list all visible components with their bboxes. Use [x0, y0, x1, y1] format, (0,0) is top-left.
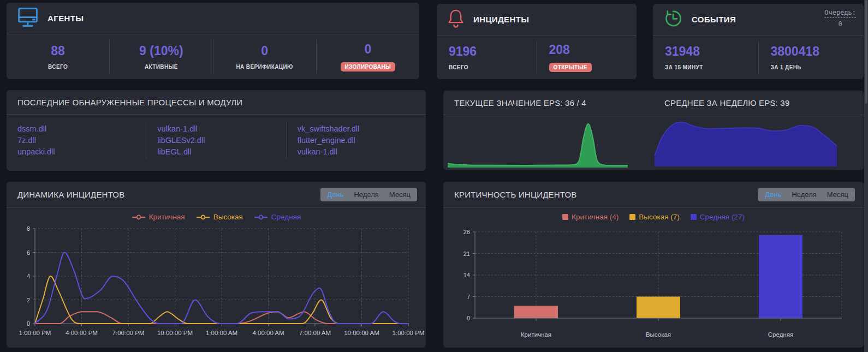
eps-week-title: СРЕДНЕЕ ЗА НЕДЕЛЮ EPS: 39	[664, 98, 789, 108]
process-link[interactable]: 7z.dll	[17, 136, 146, 145]
incidents-card: ИНЦИДЕНТЫ 9196 ВСЕГО 208 ОТКРЫТЫЕ	[437, 4, 637, 79]
tab-day[interactable]: День	[760, 189, 786, 200]
process-link[interactable]: libGLESv2.dll	[157, 136, 286, 145]
stat-label: АКТИВНЫЕ	[145, 64, 178, 70]
legend-item[interactable]: Средняя	[254, 213, 301, 221]
history-clock-icon	[663, 8, 683, 31]
queue-value: 0	[824, 20, 856, 28]
legend-line-marker	[196, 214, 210, 220]
process-link[interactable]: vulkan-1.dll	[298, 147, 426, 156]
stat-label: ЗА 15 МИНУТ	[665, 64, 703, 70]
axis-tick-label: 0	[27, 320, 30, 327]
eps-week-area-chart[interactable]	[655, 117, 837, 166]
stat-label: ВСЕГО	[48, 64, 68, 70]
agents-stat-active: 9 (10%) АКТИВНЫЕ	[110, 34, 212, 79]
process-link[interactable]: flutter_engine.dll	[298, 136, 426, 145]
area-fill	[448, 124, 628, 168]
process-link[interactable]: dssm.dll	[17, 124, 146, 133]
incidents-card-header: ИНЦИДЕНТЫ	[437, 4, 637, 35]
incident-dynamics-line-chart[interactable]: 024681:00:00 PM4:00:00 PM7:00:00 PM10:00…	[7, 224, 426, 348]
eps-current-title: ТЕКУЩЕЕ ЗНАЧЕНИЕ EPS: 36 / 4	[454, 98, 586, 108]
incident-criticality-card: КРИТИЧНОСТЬ ИНЦИДЕНТОВ День Неделя Месяц…	[443, 182, 864, 348]
events-stat-1day: 3800418 ЗА 1 ДЕНЬ	[759, 35, 864, 79]
processes-list: dssm.dll 7z.dll unpacki.dll vulkan-1.dll…	[7, 115, 426, 164]
axis-tick-label: 7	[467, 294, 470, 300]
axis-tick-label: 4:00:00 PM	[66, 330, 98, 336]
incidents-card-title: ИНЦИДЕНТЫ	[473, 15, 529, 24]
events-queue: Очередь: 0	[824, 9, 856, 28]
incident-criticality-bar-chart[interactable]: 07142128КритичнаяВысокаяСредняя	[443, 224, 864, 348]
eps-week-chart	[653, 115, 864, 170]
legend-item[interactable]: Средняя (27)	[691, 213, 745, 221]
agents-card-title: АГЕНТЫ	[47, 14, 84, 23]
tab-month[interactable]: Месяц	[823, 189, 853, 200]
processes-column: vulkan-1.dll libGLESv2.dll libEGL.dll	[146, 122, 286, 159]
events-card-header: СОБЫТИЯ Очередь: 0	[653, 4, 864, 35]
axis-tick-label: 10:00:00 PM	[157, 330, 193, 336]
legend-square-marker	[691, 214, 697, 220]
eps-current-chart	[443, 115, 653, 170]
stat-value: 31948	[665, 44, 700, 59]
tab-week[interactable]: Неделя	[787, 189, 821, 200]
axis-tick-label: 10:00:00 AM	[344, 330, 379, 336]
events-card-title: СОБЫТИЯ	[692, 15, 736, 24]
legend-item[interactable]: Критичная (4)	[562, 213, 619, 221]
axis-tick-label: Средняя	[768, 331, 793, 338]
legend-item[interactable]: Критичная	[132, 213, 185, 221]
queue-label[interactable]: Очередь:	[824, 9, 856, 18]
processes-column: vk_swiftshader.dll flutter_engine.dll vu…	[286, 122, 426, 159]
scrollbar-thumb[interactable]	[865, 0, 867, 104]
agents-stat-total: 88 ВСЕГО	[7, 34, 109, 79]
criticality-card-header: КРИТИЧНОСТЬ ИНЦИДЕНТОВ День Неделя Месяц	[443, 182, 864, 208]
legend-item[interactable]: Высокая (7)	[629, 213, 679, 221]
stat-value: 0	[364, 42, 371, 57]
area-stroke	[448, 124, 628, 166]
isolated-status-badge: ИЗОЛИРОВАНЫ	[341, 62, 396, 71]
axis-tick-label: 8	[27, 225, 30, 232]
incidents-stats: 9196 ВСЕГО 208 ОТКРЫТЫЕ	[437, 35, 637, 79]
axis-tick-label: 0	[467, 315, 470, 321]
tab-day[interactable]: День	[323, 189, 348, 200]
axis-tick-label: 6	[27, 249, 30, 256]
stat-label: НА ВЕРИФИКАЦИЮ	[236, 64, 293, 70]
events-stat-15min: 31948 ЗА 15 МИНУТ	[653, 35, 758, 79]
axis-tick-label: 1:00:00 PM	[393, 330, 425, 336]
axis-tick-label: 7:00:00 PM	[112, 330, 145, 336]
process-link[interactable]: unpacki.dll	[17, 147, 146, 156]
axis-tick-label: 4	[27, 273, 30, 279]
page-scrollbar[interactable]	[864, 0, 868, 352]
processes-column: dssm.dll 7z.dll unpacki.dll	[7, 122, 146, 159]
agents-card-header: АГЕНТЫ	[7, 3, 419, 34]
agents-card: АГЕНТЫ 88 ВСЕГО 9 (10%) АКТИВНЫЕ 0 НА ВЕ…	[7, 3, 419, 79]
axis-tick-label: 1:00:00 AM	[206, 330, 237, 336]
axis-tick-label: 7:00:00 AM	[299, 330, 331, 336]
processes-card-header: ПОСЛЕДНИЕ ОБНАРУЖЕННЫЕ ПРОЦЕССЫ И МОДУЛИ	[7, 90, 426, 115]
eps-card-header: ТЕКУЩЕЕ ЗНАЧЕНИЕ EPS: 36 / 4 СРЕДНЕЕ ЗА …	[443, 91, 864, 115]
axis-tick-label: 28	[463, 229, 470, 235]
process-link[interactable]: vk_swiftshader.dll	[298, 124, 426, 133]
incidents-stat-total: 9196 ВСЕГО	[437, 35, 537, 79]
legend-line-marker	[254, 214, 268, 220]
process-link[interactable]: libEGL.dll	[157, 147, 286, 156]
eps-current-area-chart[interactable]	[448, 117, 628, 168]
dynamics-period-tabs: День Неделя Месяц	[320, 188, 417, 201]
monitor-icon	[16, 7, 39, 30]
bar-Высокая[interactable]	[637, 297, 680, 319]
stat-value: 0	[261, 44, 268, 58]
axis-tick-label: Критичная	[521, 331, 551, 338]
axis-tick-label: 2	[27, 297, 30, 303]
axis-tick-label: 4:00:00 AM	[252, 330, 284, 336]
dynamics-legend: Критичная Высокая Средняя	[7, 210, 426, 224]
bar-Критичная[interactable]	[514, 306, 558, 318]
axis-tick-label: Высокая	[646, 331, 671, 338]
area-fill	[655, 122, 837, 166]
tab-month[interactable]: Месяц	[385, 189, 415, 200]
bar-Средняя[interactable]	[759, 235, 802, 318]
process-link[interactable]: vulkan-1.dll	[157, 124, 286, 133]
tab-week[interactable]: Неделя	[349, 189, 383, 200]
eps-card-body	[443, 115, 864, 170]
legend-item[interactable]: Высокая	[196, 213, 243, 221]
stat-value: 88	[51, 44, 65, 58]
legend-line-marker	[132, 214, 146, 220]
legend-square-marker	[629, 214, 635, 220]
